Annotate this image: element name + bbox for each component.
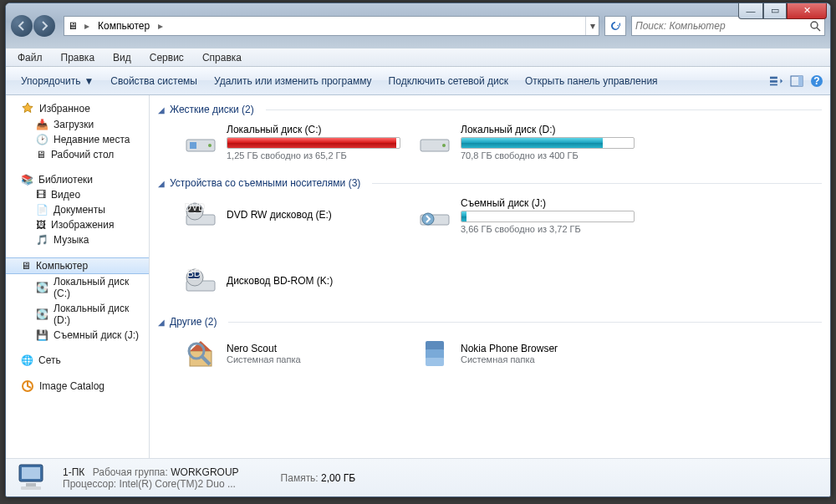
control-panel-button[interactable]: Открыть панель управления [517,72,666,90]
drive-usb[interactable]: Съемный диск (J:) 3,66 ГБ свободно из 3,… [417,197,635,234]
nav-buttons [11,15,55,37]
sidebar-head-network[interactable]: 🌐 Сеть [6,353,149,368]
catalog-icon [21,379,34,393]
navigation-pane: Избранное 📥Загрузки 🕑Недавние места 🖥Раб… [6,95,150,458]
collapse-icon: ◢ [158,105,165,115]
uninstall-program-button[interactable]: Удалить или изменить программу [206,72,380,90]
menu-tools[interactable]: Сервис [141,50,192,65]
system-properties-button[interactable]: Свойства системы [102,72,206,90]
drive-name: Локальный диск (D:) [461,124,635,135]
sidebar-item-video[interactable]: 🎞Видео [6,187,149,202]
menu-help[interactable]: Справка [194,50,250,65]
sidebar-item-label: Библиотеки [38,174,93,186]
svg-rect-3 [770,80,777,83]
sidebar-head-libraries[interactable]: 📚 Библиотеки [6,172,149,187]
sidebar-item-recent[interactable]: 🕑Недавние места [6,132,149,147]
drive-dvd[interactable]: DVD DVD RW дисковод (E:) [183,197,400,234]
drive-name: Дисковод BD-ROM (K:) [227,275,367,287]
minimize-button[interactable]: — [738,3,763,19]
sidebar-item-label: Рабочий стол [51,149,114,160]
drive-bd[interactable]: BD Дисковод BD-ROM (K:) [183,264,367,299]
sidebar-head-computer[interactable]: 🖥 Компьютер [6,257,149,274]
recent-icon: 🕑 [36,134,48,145]
menu-view[interactable]: Вид [104,50,140,65]
preview-pane-button[interactable] [790,74,803,88]
section-title: Другие (2) [170,316,217,328]
network-icon: 🌐 [21,354,33,366]
sidebar-item-downloads[interactable]: 📥Загрузки [6,117,149,132]
svg-rect-2 [770,76,777,79]
svg-rect-36 [26,483,36,486]
svg-rect-37 [21,486,41,490]
folder-nokia-browser[interactable]: Nokia Phone Browser Системная папка [417,336,635,371]
menu-file[interactable]: Файл [9,50,51,65]
sidebar-item-desktop[interactable]: 🖥Рабочий стол [6,147,149,162]
folder-type: Системная папка [227,354,301,364]
computer-large-icon [14,461,51,495]
search-icon[interactable] [809,20,821,32]
map-network-drive-button[interactable]: Подключить сетевой диск [380,72,517,90]
documents-icon: 📄 [36,204,48,216]
sidebar-item-pictures[interactable]: 🖼Изображения [6,217,149,232]
folder-name: Nero Scout [227,343,301,354]
collapse-icon: ◢ [158,179,165,188]
nokia-browser-icon [417,336,452,371]
sidebar-item-label: Недавние места [54,134,130,145]
section-other[interactable]: ◢ Другие (2) [158,311,822,333]
desktop-icon: 🖥 [36,149,46,160]
pictures-icon: 🖼 [36,219,46,231]
usage-bar [461,211,635,222]
drive-c[interactable]: Локальный диск (C:) 1,25 ГБ свободно из … [183,124,400,160]
drive-free-space: 3,66 ГБ свободно из 3,72 ГБ [461,224,635,234]
usb-icon: 💾 [36,329,48,341]
help-button[interactable]: ? [810,74,823,88]
refresh-button[interactable] [604,16,626,36]
music-icon: 🎵 [36,234,48,246]
organize-button[interactable]: Упорядочить▼ [13,72,102,90]
menu-bar: Файл Правка Вид Сервис Справка [6,48,830,67]
title-bar: — ▭ ✕ 🖥 ▸ Компьютер ▸ ▾ [6,3,830,48]
sidebar-head-favorites[interactable]: Избранное [6,100,149,117]
folder-nero-scout[interactable]: Nero Scout Системная папка [183,336,400,371]
search-input[interactable] [635,20,809,32]
nero-scout-icon [183,336,218,371]
svg-point-0 [811,22,818,28]
svg-text:DVD: DVD [184,201,206,213]
address-dropdown-button[interactable]: ▾ [585,17,599,35]
collapse-icon: ◢ [158,318,165,327]
star-icon [21,102,34,115]
view-options-button[interactable] [770,74,783,88]
computer-icon: 🖥 [64,20,81,32]
svg-text:BD: BD [187,267,201,279]
details-pane: 1-ПК Рабочая группа: WORKGROUP Процессор… [6,458,830,496]
sidebar-item-music[interactable]: 🎵Музыка [6,232,149,247]
sidebar-item-documents[interactable]: 📄Документы [6,202,149,217]
sidebar-item-drive-c[interactable]: 💽Локальный диск (C:) [6,274,149,301]
address-bar[interactable]: 🖥 ▸ Компьютер ▸ ▾ [64,16,599,36]
details-memory: Память: 2,00 ГБ [281,472,356,484]
chevron-right-icon[interactable]: ▸ [155,20,166,32]
sidebar-item-label: Музыка [54,234,89,246]
sidebar-head-image-catalog[interactable]: Image Catalog [6,378,149,395]
svg-text:?: ? [813,75,819,87]
sidebar-item-drive-j[interactable]: 💾Съемный диск (J:) [6,328,149,343]
close-button[interactable]: ✕ [787,3,827,19]
svg-point-12 [208,144,212,147]
sidebar-item-label: Загрузки [54,119,94,130]
sidebar-item-label: Изображения [51,219,114,231]
chevron-right-icon[interactable]: ▸ [81,20,93,32]
maximize-button[interactable]: ▭ [763,3,787,19]
forward-button[interactable] [33,15,55,37]
menu-edit[interactable]: Правка [53,50,104,65]
section-hard-disks[interactable]: ◢ Жесткие диски (2) [158,99,822,120]
drive-d[interactable]: Локальный диск (D:) 70,8 ГБ свободно из … [417,124,635,160]
folder-type: Системная папка [461,354,558,364]
back-button[interactable] [11,15,33,37]
sidebar-item-drive-d[interactable]: 💽Локальный диск (D:) [6,301,149,328]
section-title: Жесткие диски (2) [170,104,254,115]
section-removable[interactable]: ◢ Устройства со съемными носителями (3) [158,172,822,194]
breadcrumb-computer[interactable]: Компьютер [93,20,155,32]
command-bar: Упорядочить▼ Свойства системы Удалить ил… [6,67,830,95]
details-memory-value: 2,00 ГБ [321,472,355,484]
video-icon: 🎞 [36,189,46,201]
